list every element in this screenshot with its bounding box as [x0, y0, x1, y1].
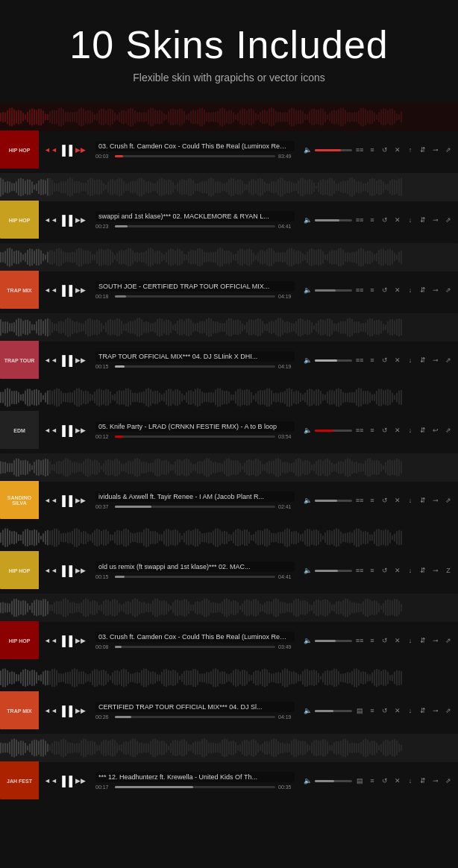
next-button[interactable]: ▶▶ — [75, 564, 87, 576]
volume-slider[interactable] — [315, 149, 352, 151]
icon-btn-3[interactable]: ✕ — [392, 425, 403, 435]
icon-btn-3[interactable]: ✕ — [392, 565, 403, 576]
icon-btn-7[interactable]: ⇗ — [443, 355, 454, 365]
icon-btn-5[interactable]: ⇵ — [418, 565, 428, 576]
icon-btn-2[interactable]: ↺ — [380, 705, 390, 716]
icon-btn-5[interactable]: ⇵ — [418, 705, 428, 716]
play-button[interactable]: ▐▐ — [60, 635, 72, 647]
icon-btn-2[interactable]: ↺ — [380, 635, 390, 646]
icon-btn-7[interactable]: ⇗ — [443, 215, 454, 225]
icon-btn-6[interactable]: ⊸ — [430, 565, 441, 576]
volume-icon[interactable]: 🔈 — [302, 355, 313, 365]
icon-btn-4[interactable]: ↓ — [405, 355, 415, 365]
icon-btn-7[interactable]: ⇗ — [443, 635, 454, 646]
icon-btn-4[interactable]: ↓ — [405, 495, 415, 506]
volume-slider[interactable] — [315, 289, 352, 292]
icon-btn-7[interactable]: ⇗ — [443, 495, 454, 506]
icon-btn-4[interactable]: ↓ — [405, 705, 415, 716]
play-button[interactable]: ▐▐ — [60, 354, 72, 366]
icon-btn-1[interactable]: ≡ — [367, 705, 377, 716]
icon-btn-0[interactable]: ≡≡ — [354, 565, 365, 576]
icon-btn-2[interactable]: ↺ — [380, 355, 390, 365]
play-button[interactable]: ▐▐ — [60, 705, 72, 717]
volume-slider[interactable] — [315, 430, 352, 432]
icon-btn-5[interactable]: ⇵ — [418, 355, 428, 365]
icon-btn-3[interactable]: ✕ — [392, 495, 403, 506]
play-button[interactable]: ▐▐ — [60, 144, 72, 156]
icon-btn-0[interactable]: ▤ — [354, 776, 365, 786]
play-button[interactable]: ▐▐ — [60, 424, 72, 436]
prev-button[interactable]: ◄◄ — [45, 354, 57, 366]
icon-btn-5[interactable]: ⇵ — [418, 495, 428, 506]
icon-btn-7[interactable]: Z — [443, 565, 454, 576]
icon-btn-0[interactable]: ≡≡ — [354, 145, 365, 155]
progress-track[interactable] — [115, 155, 275, 157]
icon-btn-5[interactable]: ⇵ — [418, 215, 428, 225]
icon-btn-0[interactable]: ≡≡ — [354, 355, 365, 365]
prev-button[interactable]: ◄◄ — [45, 144, 57, 156]
icon-btn-1[interactable]: ≡ — [367, 355, 377, 365]
icon-btn-0[interactable]: ≡≡ — [354, 215, 365, 225]
icon-btn-4[interactable]: ↓ — [405, 285, 415, 295]
volume-icon[interactable]: 🔈 — [302, 705, 313, 716]
next-button[interactable]: ▶▶ — [75, 635, 87, 647]
volume-icon[interactable]: 🔈 — [302, 285, 313, 295]
volume-icon[interactable]: 🔈 — [302, 565, 313, 576]
icon-btn-2[interactable]: ↺ — [380, 285, 390, 295]
progress-track[interactable] — [115, 435, 275, 438]
icon-btn-0[interactable]: ≡≡ — [354, 495, 365, 506]
icon-btn-7[interactable]: ⇗ — [443, 145, 454, 155]
icon-btn-1[interactable]: ≡ — [367, 495, 377, 506]
next-button[interactable]: ▶▶ — [75, 214, 87, 226]
icon-btn-3[interactable]: ✕ — [392, 355, 403, 365]
volume-slider[interactable] — [315, 570, 352, 572]
icon-btn-6[interactable]: ⊸ — [430, 635, 441, 646]
progress-track[interactable] — [115, 576, 275, 578]
prev-button[interactable]: ◄◄ — [45, 214, 57, 226]
icon-btn-1[interactable]: ≡ — [367, 215, 377, 225]
prev-button[interactable]: ◄◄ — [45, 284, 57, 296]
prev-button[interactable]: ◄◄ — [45, 775, 57, 787]
icon-btn-4[interactable]: ↓ — [405, 635, 415, 646]
icon-btn-0[interactable]: ≡≡ — [354, 425, 365, 435]
icon-btn-1[interactable]: ≡ — [367, 285, 377, 295]
icon-btn-4[interactable]: ↓ — [405, 776, 415, 786]
icon-btn-7[interactable]: ⇗ — [443, 776, 454, 786]
icon-btn-6[interactable]: ⊸ — [430, 285, 441, 295]
icon-btn-6[interactable]: ⊸ — [430, 145, 441, 155]
icon-btn-5[interactable]: ⇵ — [418, 635, 428, 646]
icon-btn-0[interactable]: ▤ — [354, 705, 365, 716]
icon-btn-0[interactable]: ≡≡ — [354, 635, 365, 646]
icon-btn-5[interactable]: ⇵ — [418, 425, 428, 435]
prev-button[interactable]: ◄◄ — [45, 564, 57, 576]
icon-btn-3[interactable]: ✕ — [392, 635, 403, 646]
progress-track[interactable] — [115, 295, 275, 298]
icon-btn-1[interactable]: ≡ — [367, 635, 377, 646]
progress-track[interactable] — [115, 646, 275, 648]
icon-btn-7[interactable]: ⇗ — [443, 285, 454, 295]
prev-button[interactable]: ◄◄ — [45, 635, 57, 647]
icon-btn-1[interactable]: ≡ — [367, 565, 377, 576]
volume-slider[interactable] — [315, 359, 352, 362]
icon-btn-4[interactable]: ↓ — [405, 215, 415, 225]
volume-slider[interactable] — [315, 640, 352, 642]
icon-btn-2[interactable]: ↺ — [380, 495, 390, 506]
icon-btn-6[interactable]: ⊸ — [430, 776, 441, 786]
progress-track[interactable] — [115, 365, 275, 368]
icon-btn-2[interactable]: ↺ — [380, 425, 390, 435]
play-button[interactable]: ▐▐ — [60, 284, 72, 296]
next-button[interactable]: ▶▶ — [75, 775, 87, 787]
next-button[interactable]: ▶▶ — [75, 354, 87, 366]
icon-btn-1[interactable]: ≡ — [367, 425, 377, 435]
volume-icon[interactable]: 🔈 — [302, 776, 313, 786]
volume-slider[interactable] — [315, 780, 352, 782]
prev-button[interactable]: ◄◄ — [45, 424, 57, 436]
icon-btn-6[interactable]: ↩ — [430, 425, 441, 435]
progress-track[interactable] — [115, 506, 275, 508]
progress-track[interactable] — [115, 225, 275, 227]
volume-icon[interactable]: 🔈 — [302, 495, 313, 506]
next-button[interactable]: ▶▶ — [75, 705, 87, 717]
play-button[interactable]: ▐▐ — [60, 564, 72, 576]
icon-btn-7[interactable]: ⇗ — [443, 425, 454, 435]
prev-button[interactable]: ◄◄ — [45, 494, 57, 506]
